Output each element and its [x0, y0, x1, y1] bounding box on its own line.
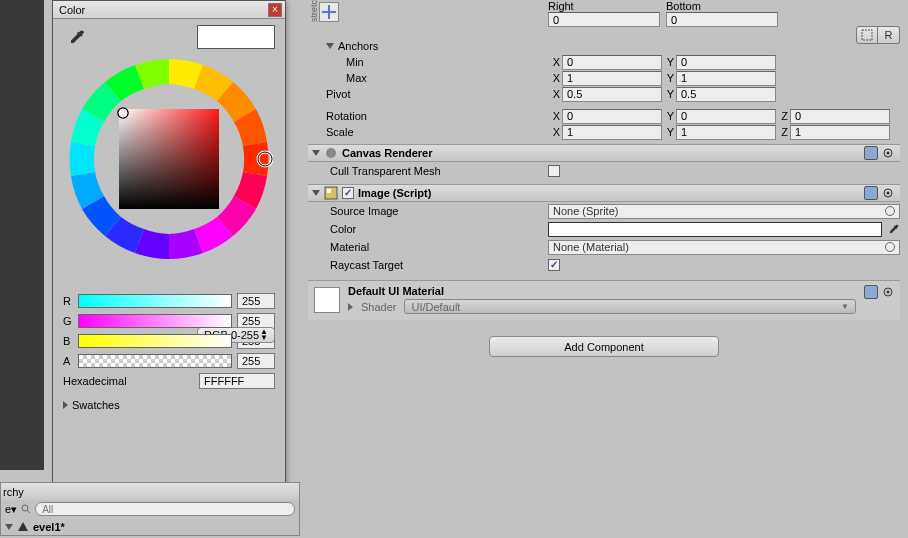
channel-r-slider[interactable]: [78, 294, 232, 308]
rotation-y[interactable]: [676, 109, 776, 124]
help-icon[interactable]: [864, 146, 878, 160]
hex-input[interactable]: [199, 373, 275, 389]
raycast-label: Raycast Target: [330, 259, 548, 271]
canvas-renderer-title: Canvas Renderer: [342, 147, 433, 159]
object-picker-icon[interactable]: [885, 206, 895, 216]
image-component-icon: [324, 186, 338, 200]
channel-g-label: G: [63, 315, 73, 327]
foldout-arrow-icon[interactable]: [348, 303, 353, 311]
chevron-updown-icon: ▲▼: [260, 329, 268, 341]
current-color-swatch: [197, 25, 275, 49]
pivot-label: Pivot: [326, 88, 548, 100]
scale-y[interactable]: [676, 125, 776, 140]
color-wheel[interactable]: [65, 55, 273, 263]
scale-x[interactable]: [562, 125, 662, 140]
channel-a-label: A: [63, 355, 73, 367]
gear-icon[interactable]: [882, 286, 894, 298]
hex-label: Hexadecimal: [63, 375, 199, 387]
source-image-label: Source Image: [330, 205, 548, 217]
bottom-label: Bottom: [666, 0, 782, 12]
image-color-field[interactable]: [548, 222, 882, 237]
inspector-panel: stretc Right Bottom R Anchors: [308, 0, 908, 538]
add-component-button[interactable]: Add Component: [489, 336, 719, 357]
canvas-renderer-icon: [324, 146, 338, 160]
material-name: Default UI Material: [348, 285, 856, 297]
color-picker-title: Color: [56, 4, 268, 16]
raycast-checkbox[interactable]: [548, 259, 560, 271]
material-label: Material: [330, 241, 548, 253]
material-block: Default UI Material Shader UI/Default ▼: [308, 280, 900, 320]
eyedropper-icon[interactable]: [888, 223, 900, 235]
object-picker-icon[interactable]: [885, 242, 895, 252]
svg-point-4: [326, 148, 336, 158]
bottom-field[interactable]: [666, 12, 778, 27]
material-field[interactable]: None (Material): [548, 240, 900, 255]
eyedropper-icon: [68, 28, 86, 46]
shader-dropdown[interactable]: UI/Default ▼: [404, 299, 856, 314]
anchors-max-x[interactable]: [562, 71, 662, 86]
eyedropper-button[interactable]: [63, 25, 91, 49]
scale-z[interactable]: [790, 125, 890, 140]
material-preview: [314, 287, 340, 313]
canvas-renderer-header[interactable]: Canvas Renderer: [308, 144, 900, 162]
hierarchy-tab[interactable]: rchy: [0, 482, 300, 500]
gear-icon[interactable]: [882, 187, 894, 199]
anchors-max-label: Max: [346, 72, 548, 84]
channel-a-input[interactable]: [237, 353, 275, 369]
rotation-z[interactable]: [790, 109, 890, 124]
anchors-max-y[interactable]: [676, 71, 776, 86]
foldout-arrow-icon: [326, 43, 334, 49]
svg-point-6: [887, 152, 890, 155]
material-value: None (Material): [553, 241, 629, 253]
color-picker-window: Color ×: [52, 0, 286, 491]
rotation-x[interactable]: [562, 109, 662, 124]
color-picker-titlebar[interactable]: Color ×: [53, 1, 285, 19]
right-label: Right: [548, 0, 664, 12]
source-image-value: None (Sprite): [553, 205, 618, 217]
image-color-label: Color: [330, 223, 548, 235]
pivot-x[interactable]: [562, 87, 662, 102]
image-enabled-checkbox[interactable]: [342, 187, 354, 199]
pivot-y[interactable]: [676, 87, 776, 102]
hierarchy-search-input[interactable]: [35, 502, 295, 516]
right-field[interactable]: [548, 12, 660, 27]
cull-mesh-checkbox[interactable]: [548, 165, 560, 177]
gear-icon[interactable]: [882, 147, 894, 159]
hierarchy-scene-row[interactable]: evel1*: [0, 518, 300, 536]
foldout-arrow-icon: [63, 401, 68, 409]
svg-rect-8: [327, 189, 331, 193]
anchors-min-y[interactable]: [676, 55, 776, 70]
channel-r-input[interactable]: [237, 293, 275, 309]
anchors-foldout[interactable]: Anchors: [308, 38, 900, 54]
shader-label: Shader: [361, 301, 396, 313]
image-component-header[interactable]: Image (Script): [308, 184, 900, 202]
swatches-foldout[interactable]: Swatches: [63, 399, 275, 411]
swatches-label: Swatches: [72, 399, 120, 411]
scale-label: Scale: [326, 126, 548, 138]
help-icon[interactable]: [864, 285, 878, 299]
svg-point-12: [887, 291, 890, 294]
unity-logo-icon: [17, 521, 29, 533]
anchors-min-label: Min: [346, 56, 548, 68]
svg-rect-0: [119, 109, 219, 209]
chevron-down-icon: ▼: [841, 302, 849, 311]
anchor-preset-button[interactable]: [319, 2, 339, 22]
stretch-label: stretc: [309, 0, 319, 22]
shader-value: UI/Default: [411, 301, 460, 313]
create-dropdown[interactable]: e▾: [5, 503, 17, 516]
channel-g-slider[interactable]: [78, 314, 232, 328]
channel-b-label: B: [63, 335, 73, 347]
rotation-label: Rotation: [326, 110, 548, 122]
source-image-field[interactable]: None (Sprite): [548, 204, 900, 219]
scene-viewport-edge: [0, 0, 44, 470]
foldout-arrow-icon: [312, 150, 320, 156]
svg-line-14: [27, 510, 30, 513]
help-icon[interactable]: [864, 186, 878, 200]
channel-b-slider[interactable]: [78, 334, 232, 348]
channel-a-slider[interactable]: [78, 354, 232, 368]
anchors-label: Anchors: [338, 40, 378, 52]
anchors-min-x[interactable]: [562, 55, 662, 70]
close-icon[interactable]: ×: [268, 3, 282, 17]
svg-point-10: [887, 192, 890, 195]
image-component-title: Image (Script): [358, 187, 431, 199]
